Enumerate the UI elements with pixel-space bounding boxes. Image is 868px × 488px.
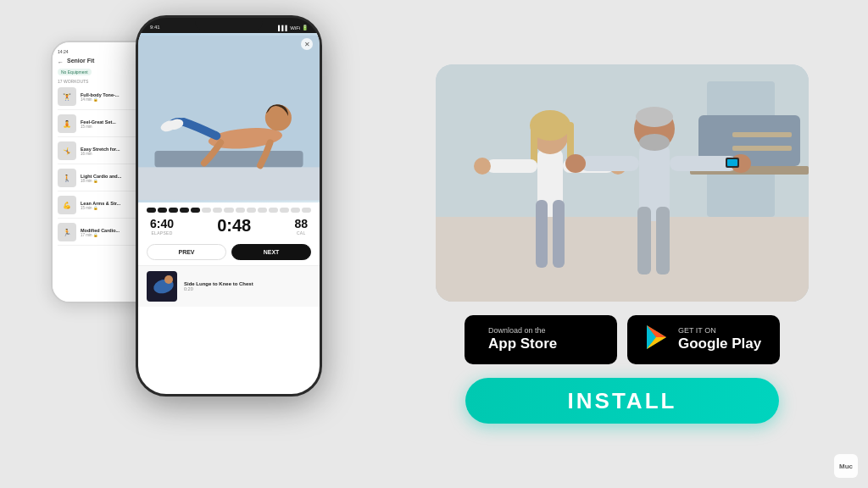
stats-row: 6:40 ELAPSED 0:48 88 CAL bbox=[147, 216, 311, 236]
workout-thumb: 🏃 bbox=[58, 223, 76, 241]
exercise-image: ✕ bbox=[138, 33, 320, 202]
progress-empty bbox=[236, 208, 245, 213]
back-icon[interactable]: ← bbox=[58, 59, 64, 65]
progress-empty bbox=[280, 208, 289, 213]
svg-point-31 bbox=[639, 134, 670, 151]
svg-rect-21 bbox=[567, 122, 574, 160]
workout-thumb: 🤸 bbox=[58, 141, 76, 160]
elapsed-label: ELAPSED bbox=[150, 230, 174, 236]
svg-point-30 bbox=[636, 107, 673, 127]
svg-rect-26 bbox=[536, 200, 548, 268]
progress-section: 6:40 ELAPSED 0:48 88 CAL bbox=[138, 202, 320, 239]
svg-rect-20 bbox=[531, 122, 537, 164]
google-play-text: GET IT ON Google Play bbox=[678, 326, 761, 352]
app-section: Download on the App Store GET IT ON bbox=[427, 64, 817, 424]
install-button[interactable]: INSTALL bbox=[465, 378, 779, 424]
next-exercise-card[interactable]: Side Lunge to Knee to Chest 0:20 bbox=[138, 265, 320, 307]
svg-point-34 bbox=[565, 154, 586, 173]
svg-rect-2 bbox=[154, 151, 303, 167]
app-screenshot bbox=[436, 64, 809, 302]
progress-filled bbox=[169, 208, 178, 213]
next-exercise-duration: 0:20 bbox=[184, 286, 311, 291]
progress-empty bbox=[247, 208, 256, 213]
elapsed-value: 6:40 bbox=[150, 217, 174, 230]
controls-row: PREV NEXT bbox=[138, 239, 320, 265]
workout-thumb: 🏋 bbox=[58, 87, 76, 106]
progress-filled bbox=[147, 208, 156, 213]
svg-rect-1 bbox=[138, 167, 320, 200]
photo-overlay bbox=[436, 64, 809, 302]
progress-empty bbox=[213, 208, 222, 213]
people-svg bbox=[436, 64, 809, 302]
no-equipment-badge[interactable]: No Equipment bbox=[58, 69, 92, 75]
next-exercise-thumb bbox=[147, 271, 177, 302]
next-button[interactable]: NEXT bbox=[231, 244, 311, 260]
svg-rect-37 bbox=[656, 207, 670, 274]
close-button[interactable]: ✕ bbox=[301, 38, 313, 50]
app-store-name: App Store bbox=[488, 336, 557, 352]
app-store-text: Download on the App Store bbox=[488, 326, 557, 352]
workout-thumb: 🚶 bbox=[58, 169, 76, 187]
svg-point-24 bbox=[474, 158, 491, 175]
workout-thumb: 💪 bbox=[58, 196, 76, 214]
google-play-button[interactable]: GET IT ON Google Play bbox=[627, 315, 780, 364]
back-phone-time: 14:24 bbox=[58, 49, 69, 54]
phone-notch bbox=[195, 18, 263, 31]
elapsed-stat: 6:40 ELAPSED bbox=[150, 217, 174, 236]
prev-button[interactable]: PREV bbox=[147, 244, 226, 260]
svg-rect-27 bbox=[553, 200, 565, 268]
timer-value: 0:48 bbox=[217, 216, 251, 236]
svg-point-9 bbox=[164, 275, 173, 284]
progress-empty bbox=[269, 208, 278, 213]
svg-rect-16 bbox=[732, 146, 792, 151]
svg-rect-22 bbox=[487, 159, 537, 173]
progress-empty bbox=[258, 208, 267, 213]
progress-empty bbox=[291, 208, 300, 213]
svg-rect-32 bbox=[580, 156, 639, 171]
google-play-icon bbox=[643, 324, 670, 356]
google-play-sub: GET IT ON bbox=[678, 326, 761, 336]
progress-empty bbox=[202, 208, 211, 213]
muc-badge: Muc bbox=[834, 454, 858, 478]
exercise-svg bbox=[138, 33, 320, 202]
phone-screen: ✕ bbox=[138, 33, 320, 394]
workout-thumb: 🧘 bbox=[58, 114, 76, 133]
status-icons: ▌▌▌ WiFi 🔋 bbox=[278, 25, 308, 30]
next-exercise-info: Side Lunge to Knee to Chest 0:20 bbox=[184, 281, 311, 291]
phones-section: 14:24 ▌▌▌ ← Senior Fit No Equipment 17 W… bbox=[51, 15, 415, 473]
google-play-name: Google Play bbox=[678, 336, 761, 352]
progress-filled bbox=[158, 208, 167, 213]
svg-rect-36 bbox=[637, 207, 651, 274]
install-label: INSTALL bbox=[568, 388, 677, 414]
phone-front: 9:41 ▌▌▌ WiFi 🔋 ✕ bbox=[136, 15, 322, 396]
phone-time: 9:41 bbox=[150, 25, 160, 30]
progress-empty bbox=[302, 208, 311, 213]
page-container: 14:24 ▌▌▌ ← Senior Fit No Equipment 17 W… bbox=[0, 0, 868, 488]
cal-stat: 88 CAL bbox=[294, 217, 308, 236]
cal-label: CAL bbox=[294, 230, 308, 236]
app-title: Senior Fit bbox=[67, 58, 94, 64]
svg-rect-39 bbox=[727, 159, 737, 166]
svg-rect-15 bbox=[732, 132, 792, 137]
app-store-button[interactable]: Download on the App Store bbox=[465, 315, 617, 364]
store-buttons: Download on the App Store GET IT ON bbox=[465, 315, 780, 364]
app-store-sub: Download on the bbox=[488, 326, 557, 336]
cal-value: 88 bbox=[294, 217, 308, 230]
progress-filled bbox=[180, 208, 189, 213]
timer-stat: 0:48 bbox=[217, 216, 251, 236]
progress-bar bbox=[147, 208, 311, 213]
progress-filled bbox=[191, 208, 200, 213]
progress-empty bbox=[224, 208, 233, 213]
svg-rect-11 bbox=[436, 217, 809, 302]
